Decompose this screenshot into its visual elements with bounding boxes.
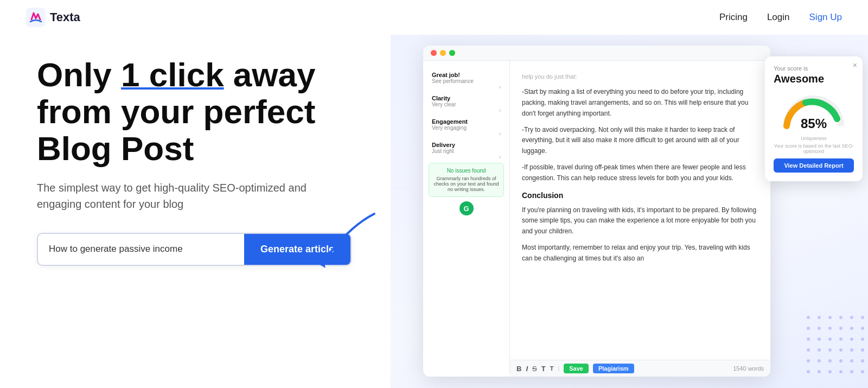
editor-para4: If you're planning on traveling with kid… [522, 205, 758, 237]
svg-point-33 [818, 370, 821, 373]
svg-point-2 [807, 316, 810, 319]
svg-point-20 [807, 348, 810, 352]
hero-title: Only 1 click away from your perfect Blog… [37, 56, 365, 168]
no-issues-badge: No issues found Grammarly ran hundreds o… [429, 163, 504, 197]
svg-point-34 [828, 370, 832, 373]
hero-title-only: Only [37, 56, 121, 93]
dots-decoration [803, 312, 868, 377]
main-container: Only 1 click away from your perfect Blog… [0, 35, 868, 388]
svg-point-12 [850, 327, 853, 330]
svg-point-9 [818, 327, 821, 330]
hero-subtitle: The simplest way to get high-quality SEO… [37, 180, 319, 212]
editor-fade-text: help you do just that: [522, 72, 758, 81]
svg-point-36 [850, 370, 853, 373]
svg-point-32 [807, 370, 810, 373]
hero-left: Only 1 click away from your perfect Blog… [0, 35, 391, 388]
svg-point-10 [828, 327, 832, 330]
save-button[interactable]: Save [564, 364, 589, 373]
svg-point-26 [807, 359, 810, 362]
svg-point-31 [861, 359, 864, 362]
svg-point-35 [839, 370, 843, 373]
sidebar-delivery: Delivery Just right › [429, 137, 504, 158]
editor-content: Great job! See performance › Clarity Ver… [423, 61, 770, 374]
editor-topbar [423, 46, 770, 61]
svg-point-27 [818, 359, 821, 362]
hero-title-line4: Blog Post [37, 130, 194, 167]
italic-button[interactable]: I [526, 365, 528, 373]
svg-point-8 [807, 327, 810, 330]
arrow-decoration [288, 208, 385, 273]
editor-sidebar: Great job! See performance › Clarity Ver… [423, 61, 510, 374]
svg-point-3 [818, 316, 821, 319]
editor-para1: -Start by making a list of everything yo… [522, 87, 758, 119]
hero-title-line3: from your perfect [37, 93, 315, 130]
hero-title-click: 1 click [121, 56, 224, 93]
nav-links: Pricing Login Sign Up [719, 12, 842, 23]
svg-point-15 [818, 338, 821, 341]
score-value: Awesome [774, 73, 854, 85]
gauge-percent: 85% [801, 116, 827, 131]
svg-point-13 [861, 327, 864, 330]
hero-right: Great job! See performance › Clarity Ver… [391, 35, 868, 388]
svg-point-6 [850, 316, 853, 319]
editor-toolbar: B I S T T | Save Plagiarism 1540 words [510, 360, 770, 377]
plagiarism-button[interactable]: Plagiarism [593, 364, 634, 373]
svg-point-11 [839, 327, 843, 330]
topic-input[interactable] [38, 234, 244, 264]
svg-point-14 [807, 338, 810, 341]
svg-point-5 [839, 316, 843, 319]
sidebar-clarity: Clarity Very clear › [429, 91, 504, 112]
logo-icon [26, 8, 46, 27]
window-maximize-dot [449, 50, 455, 56]
font-size-button[interactable]: T [541, 365, 546, 373]
navbar: Texta Pricing Login Sign Up [0, 0, 868, 35]
score-label: Your score is [774, 65, 854, 72]
svg-point-23 [839, 348, 843, 352]
grammarly-icon: G [459, 201, 474, 215]
editor-para2: -Try to avoid overpacking. Not only will… [522, 125, 758, 157]
editor-conclusion-heading: Conclusion [522, 189, 758, 202]
login-link[interactable]: Login [767, 12, 790, 23]
gauge-subtitle: Uniqueness [774, 136, 854, 141]
svg-point-21 [818, 348, 821, 352]
window-minimize-dot [440, 50, 446, 56]
editor-para3: -If possible, travel during off-peak tim… [522, 162, 758, 184]
editor-text-area[interactable]: help you do just that: -Start by making … [510, 61, 770, 374]
svg-point-22 [828, 348, 832, 352]
hero-title-away: away [224, 56, 316, 93]
svg-point-18 [850, 338, 853, 341]
svg-point-7 [861, 316, 864, 319]
pricing-link[interactable]: Pricing [719, 12, 748, 23]
bold-button[interactable]: B [516, 365, 521, 373]
view-report-button[interactable]: View Detailed Report [774, 158, 854, 173]
gauge-chart: 85% [778, 91, 849, 131]
svg-point-24 [850, 348, 853, 352]
svg-point-4 [828, 316, 832, 319]
svg-point-25 [861, 348, 864, 352]
logo[interactable]: Texta [26, 8, 80, 27]
signup-link[interactable]: Sign Up [809, 12, 842, 23]
svg-point-16 [828, 338, 832, 341]
svg-point-17 [839, 338, 843, 341]
strikethrough-button[interactable]: S [532, 365, 537, 373]
logo-text: Texta [50, 10, 80, 24]
sidebar-great-job: Great job! See performance › [429, 67, 504, 88]
score-card-close[interactable]: × [853, 61, 857, 69]
font-size-small-button[interactable]: T [550, 365, 554, 372]
svg-point-37 [861, 370, 864, 373]
score-card: × Your score is Awesome 85% Uniqueness Y… [765, 56, 863, 181]
word-count: 1540 words [733, 365, 764, 372]
svg-point-30 [850, 359, 853, 362]
svg-point-29 [839, 359, 843, 362]
editor-para5: Most importantly, remember to relax and … [522, 243, 758, 264]
editor-card: Great job! See performance › Clarity Ver… [423, 46, 770, 377]
svg-point-28 [828, 359, 832, 362]
window-close-dot [431, 50, 437, 56]
sidebar-engagement: Engagement Very engaging › [429, 114, 504, 135]
score-based: Your score is based on the last SEO-opti… [774, 143, 854, 154]
svg-point-19 [861, 338, 864, 341]
